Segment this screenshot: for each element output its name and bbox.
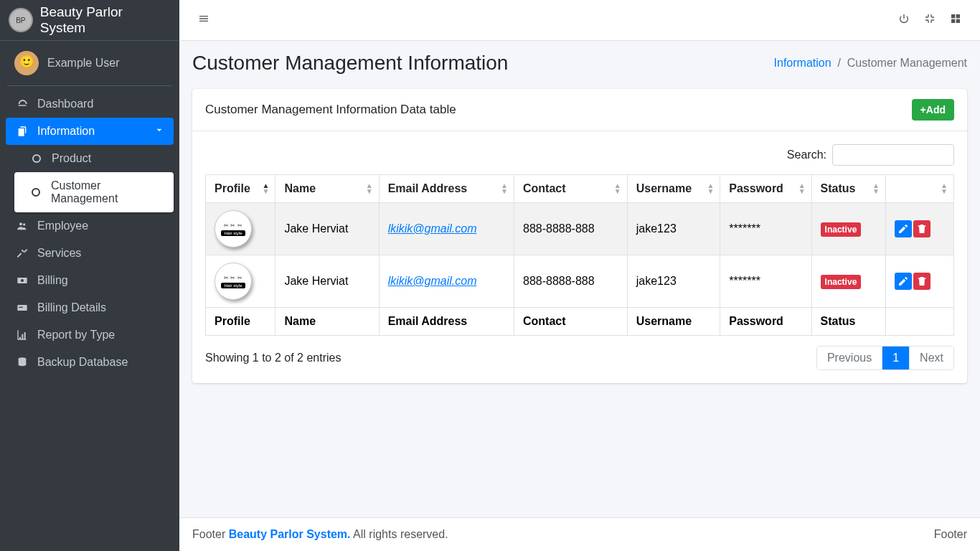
sort-icon: ▲▼ <box>941 183 948 194</box>
nav-information[interactable]: Information <box>6 118 174 145</box>
trash-icon <box>916 223 928 235</box>
pencil-icon <box>897 223 909 235</box>
bars-icon <box>198 13 209 24</box>
nav-label: Customer Management <box>51 179 165 205</box>
col-status[interactable]: Status▲▼ <box>811 175 885 203</box>
search-row: Search: <box>205 144 954 166</box>
nav-services[interactable]: Services <box>6 240 174 267</box>
svg-rect-10 <box>956 19 960 23</box>
user-panel[interactable]: Example User <box>7 41 172 86</box>
grid-button[interactable] <box>943 7 969 33</box>
sort-asc-icon: ▲▼ <box>263 183 270 194</box>
svg-point-3 <box>21 279 24 282</box>
money-icon <box>14 275 30 286</box>
col-email[interactable]: Email Address▲▼ <box>379 175 514 203</box>
sort-icon: ▲▼ <box>872 183 880 194</box>
nav-billing-details[interactable]: Billing Details <box>6 294 174 321</box>
foot-profile: Profile <box>206 308 275 336</box>
plus-icon: + <box>920 104 926 116</box>
money-check-icon <box>14 302 30 314</box>
nav-label: Product <box>52 152 91 165</box>
delete-button[interactable] <box>913 220 930 237</box>
add-button[interactable]: +Add <box>912 99 954 121</box>
edit-button[interactable] <box>895 220 912 237</box>
col-password[interactable]: Password▲▼ <box>720 175 811 203</box>
col-actions[interactable]: ▲▼ <box>886 175 954 203</box>
footer-brand-link[interactable]: Beauty Parlor System. <box>229 528 351 540</box>
search-input[interactable] <box>832 144 954 166</box>
footer: Footer Beauty Parlor System. All rights … <box>179 517 980 551</box>
user-avatar-icon <box>14 51 39 75</box>
main: Customer Management Information Informat… <box>179 0 980 551</box>
table-footer: Showing 1 to 2 of 2 entries Previous 1 N… <box>205 346 954 370</box>
nav-customer-management[interactable]: Customer Management <box>14 172 174 212</box>
breadcrumb-link[interactable]: Information <box>774 57 831 69</box>
sidebar: BP Beauty Parlor System Example User Das… <box>0 0 179 551</box>
col-username[interactable]: Username▲▼ <box>627 175 720 203</box>
cell-email-link[interactable]: lkikik@gmail.com <box>388 222 477 235</box>
pencil-icon <box>897 276 909 287</box>
circle-icon <box>29 188 44 197</box>
foot-name: Name <box>275 308 379 336</box>
cell-name: Jake Herviat <box>275 255 379 308</box>
pagination: Previous 1 Next <box>816 346 954 370</box>
sort-icon: ▲▼ <box>366 183 373 194</box>
delete-button[interactable] <box>913 273 930 290</box>
search-label: Search: <box>787 149 826 161</box>
nav-label: Billing <box>37 274 68 287</box>
cell-contact: 888-8888-888 <box>514 255 627 308</box>
copy-icon <box>14 126 30 137</box>
foot-actions <box>886 308 954 336</box>
page-next[interactable]: Next <box>909 347 953 369</box>
sort-icon: ▲▼ <box>707 183 714 194</box>
status-badge: Inactive <box>821 222 862 237</box>
content-header: Customer Management Information Informat… <box>179 41 980 82</box>
menu-toggle-button[interactable] <box>191 7 217 33</box>
profile-image: Hair style <box>215 263 252 300</box>
nav-label: Information <box>37 125 95 138</box>
topbar <box>179 0 980 41</box>
nav-billing[interactable]: Billing <box>6 267 174 294</box>
edit-button[interactable] <box>895 273 912 290</box>
chart-bar-icon <box>14 329 30 341</box>
table-row: Hair style Jake Herviat lkikik@gmail.com… <box>206 203 954 255</box>
nav-report[interactable]: Report by Type <box>6 321 174 349</box>
nav-information-sub: Product Customer Management <box>6 145 174 212</box>
cell-password: ******* <box>720 203 811 255</box>
brand[interactable]: BP Beauty Parlor System <box>0 0 179 41</box>
nav-backup[interactable]: Backup Database <box>6 349 174 376</box>
footer-rights: All rights reserved. <box>351 528 448 540</box>
nav-dashboard[interactable]: Dashboard <box>6 90 174 118</box>
customer-table: Profile▲▼ Name▲▼ Email Address▲▼ Contact… <box>205 174 954 336</box>
breadcrumb-current: Customer Management <box>847 57 967 69</box>
cell-name: Jake Herviat <box>275 203 379 255</box>
power-icon <box>898 13 910 24</box>
foot-username: Username <box>627 308 720 336</box>
svg-rect-9 <box>951 19 955 23</box>
col-profile[interactable]: Profile▲▼ <box>206 175 275 203</box>
page-previous[interactable]: Previous <box>817 347 882 369</box>
chevron-down-icon <box>154 124 165 138</box>
table-row: Hair style Jake Herviat lkikik@gmail.com… <box>206 255 954 308</box>
power-button[interactable] <box>891 7 917 33</box>
page-1[interactable]: 1 <box>882 347 909 369</box>
nav-product[interactable]: Product <box>14 145 174 172</box>
nav-label: Backup Database <box>37 356 128 369</box>
col-contact[interactable]: Contact▲▼ <box>514 175 627 203</box>
entries-info: Showing 1 to 2 of 2 entries <box>205 352 341 364</box>
nav-employee[interactable]: Employee <box>6 212 174 240</box>
foot-status: Status <box>811 308 885 336</box>
user-name-label: Example User <box>47 57 119 70</box>
cell-password: ******* <box>720 255 811 308</box>
nav-label: Services <box>37 247 81 260</box>
cell-username: jake123 <box>627 203 720 255</box>
compress-button[interactable] <box>917 7 943 33</box>
svg-rect-7 <box>951 14 955 18</box>
compress-icon <box>924 13 936 24</box>
col-name[interactable]: Name▲▼ <box>275 175 379 203</box>
card-header: Customer Management Information Data tab… <box>192 89 967 131</box>
footer-right: Footer <box>934 528 967 541</box>
card-body: Search: Profile▲▼ Name▲▼ Email Address▲▼… <box>192 131 967 383</box>
cell-email-link[interactable]: lkikik@gmail.com <box>388 275 477 287</box>
brand-logo-icon: BP <box>9 8 33 32</box>
